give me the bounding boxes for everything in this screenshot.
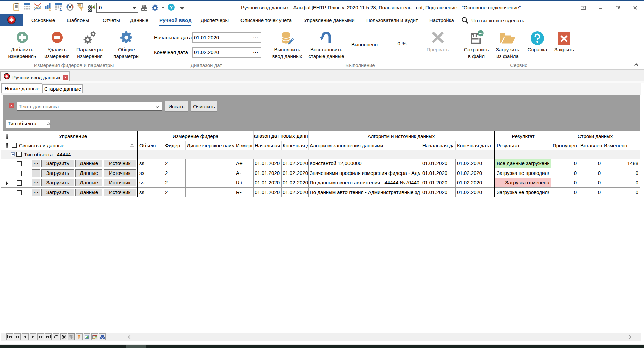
svg-text:?: ? <box>170 4 173 10</box>
svg-text:Σ: Σ <box>59 7 62 11</box>
svg-text:Σ: Σ <box>49 7 51 11</box>
